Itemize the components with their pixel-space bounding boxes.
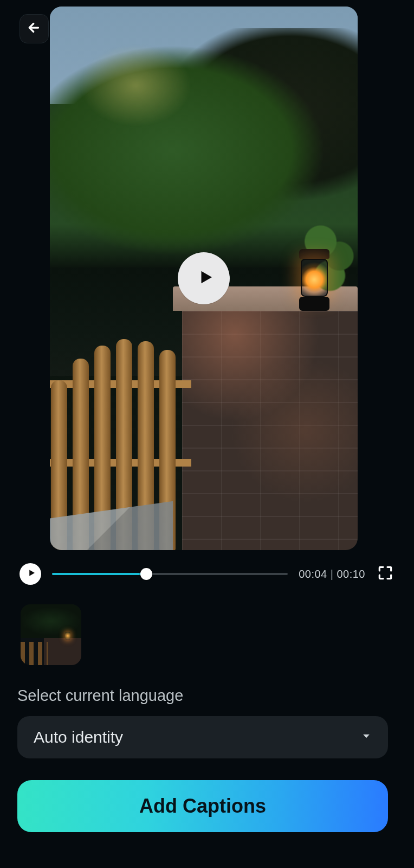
time-separator: |: [331, 568, 334, 580]
language-select[interactable]: Auto identity: [17, 716, 388, 758]
seek-bar[interactable]: [52, 567, 288, 580]
video-scene-lantern: [295, 229, 333, 311]
time-display: 00:04 | 00:10: [299, 568, 365, 580]
total-time: 00:10: [337, 568, 365, 580]
current-time: 00:04: [299, 568, 327, 580]
video-scene-sunlit-leaves: [74, 44, 228, 181]
video-preview[interactable]: [50, 7, 358, 550]
video-scene-brick-wall: [182, 311, 358, 550]
fullscreen-icon: [377, 564, 394, 584]
chevron-down-icon: [361, 731, 372, 744]
back-button[interactable]: [20, 14, 49, 43]
seek-handle[interactable]: [140, 568, 152, 580]
play-icon: [25, 568, 36, 580]
player-controls: 00:04 | 00:10: [20, 561, 394, 587]
fullscreen-button[interactable]: [376, 565, 394, 583]
play-button-large[interactable]: [178, 252, 230, 304]
play-icon: [192, 267, 215, 289]
play-button-small[interactable]: [20, 563, 41, 585]
seek-fill: [52, 573, 146, 575]
language-selected-value: Auto identity: [34, 728, 123, 746]
add-captions-button[interactable]: Add Captions: [17, 780, 388, 832]
language-label: Select current language: [17, 687, 183, 705]
add-captions-label: Add Captions: [139, 795, 266, 818]
arrow-left-icon: [26, 20, 42, 38]
video-thumbnail[interactable]: [21, 604, 81, 665]
